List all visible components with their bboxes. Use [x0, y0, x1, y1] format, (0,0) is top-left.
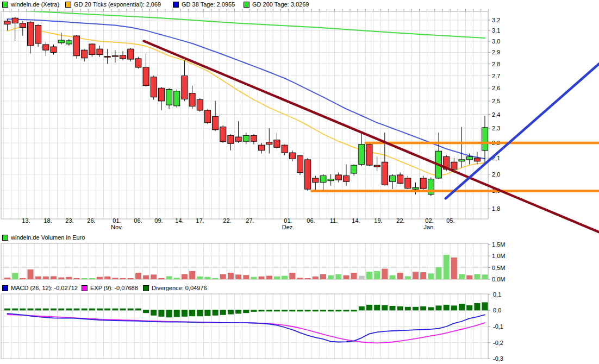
svg-text:09.: 09.	[154, 217, 163, 224]
svg-text:Dez.: Dez.	[282, 224, 295, 230]
svg-text:-0,3: -0,3	[493, 355, 503, 362]
svg-text:Nov.: Nov.	[111, 224, 123, 230]
svg-text:23.: 23.	[65, 217, 73, 224]
svg-text:0,5M: 0,5M	[492, 265, 505, 271]
svg-text:2,6: 2,6	[492, 85, 500, 91]
svg-text:01.: 01.	[284, 217, 292, 224]
svg-text:14.: 14.	[175, 217, 183, 224]
svg-text:27.: 27.	[246, 217, 254, 224]
svg-text:0,1: 0,1	[493, 291, 501, 298]
svg-text:22.: 22.	[223, 217, 231, 224]
svg-text:06.: 06.	[307, 217, 315, 224]
svg-text:-0,2: -0,2	[493, 340, 503, 346]
svg-text:2,5: 2,5	[492, 98, 500, 104]
svg-text:01.: 01.	[113, 217, 121, 224]
svg-text:0,0: 0,0	[493, 307, 501, 313]
svg-text:06.: 06.	[134, 217, 142, 224]
svg-text:2,0: 2,0	[492, 171, 500, 178]
svg-text:2,7: 2,7	[492, 73, 500, 79]
svg-text:26.: 26.	[87, 217, 95, 224]
svg-text:02.: 02.	[425, 217, 433, 224]
svg-text:17.: 17.	[196, 217, 204, 224]
svg-text:19.: 19.	[374, 217, 382, 224]
svg-text:05.: 05.	[446, 217, 454, 224]
svg-text:14.: 14.	[352, 217, 360, 224]
svg-text:2,3: 2,3	[492, 125, 500, 131]
chart-application: windeln.de (Xetra) GD 20 Ticks (exponent…	[0, 0, 599, 364]
svg-text:2,4: 2,4	[492, 111, 500, 118]
svg-text:0,0M: 0,0M	[492, 276, 505, 283]
svg-text:3,0: 3,0	[492, 38, 500, 45]
svg-text:1,5M: 1,5M	[492, 241, 505, 248]
svg-text:22.: 22.	[396, 217, 404, 224]
svg-text:1,8: 1,8	[492, 205, 500, 212]
svg-text:13.: 13.	[22, 217, 30, 224]
svg-text:11.: 11.	[330, 217, 338, 224]
svg-text:1,0M: 1,0M	[492, 253, 505, 259]
svg-text:3,1: 3,1	[492, 27, 500, 34]
chart-canvas[interactable]: 3,23,13,02,92,82,72,62,52,42,32,22,12,01…	[0, 0, 599, 364]
svg-text:3,2: 3,2	[492, 17, 500, 23]
svg-text:18.: 18.	[43, 217, 52, 224]
svg-text:Jan.: Jan.	[424, 224, 435, 230]
svg-text:-0,1: -0,1	[493, 323, 503, 330]
svg-text:2,9: 2,9	[492, 49, 500, 55]
svg-text:2,8: 2,8	[492, 61, 500, 67]
